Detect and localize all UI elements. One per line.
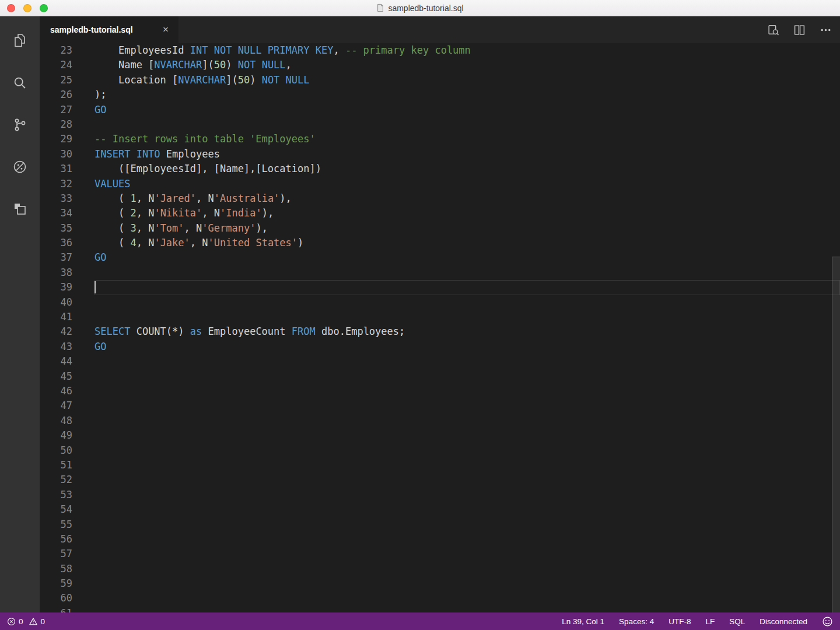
code-line[interactable]: 45	[40, 369, 840, 384]
code-line[interactable]: 31 ([EmployeesId], [Name],[Location])	[40, 162, 840, 176]
code-line[interactable]: 26);	[40, 88, 840, 102]
indentation[interactable]: Spaces: 4	[619, 617, 654, 626]
line-number: 55	[40, 517, 94, 532]
debug-icon	[12, 159, 28, 177]
code-line[interactable]: 60	[40, 591, 840, 606]
line-number: 47	[40, 398, 94, 413]
code-line[interactable]: 46	[40, 384, 840, 398]
line-number: 54	[40, 502, 94, 517]
close-window-button[interactable]	[7, 4, 15, 12]
code-line[interactable]: 43GO	[40, 340, 840, 354]
line-number: 26	[40, 88, 94, 102]
feedback-smiley-icon[interactable]	[822, 616, 833, 627]
tab-bar: sampledb-tutorial.sql ×	[40, 16, 840, 43]
line-number: 58	[40, 562, 94, 576]
line-number: 28	[40, 117, 94, 132]
sidebar-item-search[interactable]	[0, 63, 40, 105]
code-line[interactable]: 30INSERT INTO Employees	[40, 147, 840, 162]
code-line[interactable]: 50	[40, 443, 840, 458]
code-line[interactable]: 44	[40, 354, 840, 369]
line-number: 36	[40, 236, 94, 250]
app-window: sampledb-tutorial.sql	[0, 0, 840, 630]
titlebar: sampledb-tutorial.sql	[0, 0, 840, 16]
code-line[interactable]: 36 ( 4, N'Jake', N'United States')	[40, 236, 840, 250]
split-editor-icon[interactable]	[793, 24, 806, 36]
eol[interactable]: LF	[705, 617, 715, 626]
line-number: 42	[40, 324, 94, 339]
code-line[interactable]: 41	[40, 310, 840, 324]
code-line[interactable]: 38	[40, 265, 840, 280]
code-line[interactable]: 48	[40, 414, 840, 428]
sidebar-item-debug[interactable]	[0, 147, 40, 189]
text-cursor	[94, 281, 96, 293]
code-line[interactable]: 24 Name [NVARCHAR](50) NOT NULL,	[40, 58, 840, 72]
code-line[interactable]: 47	[40, 398, 840, 413]
line-number: 41	[40, 310, 94, 324]
status-bar: 0 0 Ln 39, Col 1Spaces: 4UTF-8LFSQLDisco…	[0, 612, 840, 630]
line-number: 59	[40, 576, 94, 591]
code-line[interactable]: 53	[40, 488, 840, 502]
code-line[interactable]: 28	[40, 117, 840, 132]
code-line[interactable]: 58	[40, 562, 840, 576]
search-icon	[12, 75, 28, 93]
code-line[interactable]: 32VALUES	[40, 177, 840, 191]
line-number: 34	[40, 206, 94, 220]
code-line[interactable]: 33 ( 1, N'Jared', N'Australia'),	[40, 191, 840, 206]
editor-lines: 23 EmployeesId INT NOT NULL PRIMARY KEY,…	[40, 43, 840, 612]
line-number: 60	[40, 591, 94, 606]
line-number: 46	[40, 384, 94, 398]
traffic-lights	[7, 4, 48, 12]
activity-bar	[0, 16, 40, 612]
vertical-scrollbar[interactable]	[832, 257, 840, 612]
code-line[interactable]: 25 Location [NVARCHAR](50) NOT NULL	[40, 73, 840, 88]
tab-close-icon[interactable]: ×	[160, 24, 172, 36]
code-line[interactable]: 42SELECT COUNT(*) as EmployeeCount FROM …	[40, 324, 840, 339]
code-line[interactable]: 29-- Insert rows into table 'Employees'	[40, 132, 840, 146]
code-line[interactable]: 35 ( 3, N'Tom', N'Germany'),	[40, 221, 840, 236]
status-right-items: Ln 39, Col 1Spaces: 4UTF-8LFSQLDisconnec…	[562, 617, 807, 626]
code-line[interactable]: 27GO	[40, 103, 840, 117]
extensions-icon	[12, 201, 28, 219]
code-line[interactable]: 57	[40, 547, 840, 561]
open-preview-icon[interactable]	[767, 24, 779, 36]
code-line[interactable]: 59	[40, 576, 840, 591]
line-number: 50	[40, 443, 94, 458]
code-line[interactable]: 55	[40, 517, 840, 532]
connection-status[interactable]: Disconnected	[760, 617, 807, 626]
editor[interactable]: 23 EmployeesId INT NOT NULL PRIMARY KEY,…	[40, 43, 840, 612]
sidebar-item-extensions[interactable]	[0, 189, 40, 231]
cursor-position[interactable]: Ln 39, Col 1	[562, 617, 604, 626]
encoding[interactable]: UTF-8	[668, 617, 691, 626]
line-number: 39	[40, 280, 94, 295]
line-number: 27	[40, 103, 94, 117]
code-line[interactable]: 39	[40, 280, 840, 295]
more-actions-icon[interactable]	[820, 24, 832, 36]
code-line[interactable]: 56	[40, 532, 840, 547]
code-line[interactable]: 61	[40, 606, 840, 612]
code-line[interactable]: 49	[40, 428, 840, 443]
tab-sampledb-tutorial[interactable]: sampledb-tutorial.sql ×	[40, 16, 178, 43]
code-line[interactable]: 54	[40, 502, 840, 517]
source-control-icon	[12, 117, 28, 135]
sidebar-item-source-control[interactable]	[0, 105, 40, 147]
line-number: 31	[40, 162, 94, 176]
code-line[interactable]: 34 ( 2, N'Nikita', N'India'),	[40, 206, 840, 220]
line-number: 43	[40, 340, 94, 354]
code-line[interactable]: 40	[40, 295, 840, 310]
code-line[interactable]: 52	[40, 473, 840, 487]
zoom-window-button[interactable]	[40, 4, 48, 12]
tab-label: sampledb-tutorial.sql	[50, 25, 133, 34]
minimize-window-button[interactable]	[23, 4, 32, 12]
code-line[interactable]: 51	[40, 458, 840, 473]
line-number: 57	[40, 547, 94, 561]
line-number: 24	[40, 58, 94, 72]
language-mode[interactable]: SQL	[729, 617, 745, 626]
line-number: 40	[40, 295, 94, 310]
status-right: Ln 39, Col 1Spaces: 4UTF-8LFSQLDisconnec…	[562, 616, 833, 627]
code-line[interactable]: 37GO	[40, 250, 840, 265]
warnings-count: 0	[41, 617, 46, 626]
problems-indicator[interactable]: 0 0	[7, 617, 45, 626]
code-line[interactable]: 23 EmployeesId INT NOT NULL PRIMARY KEY,…	[40, 43, 840, 58]
sidebar-item-explorer[interactable]	[0, 21, 40, 63]
line-number: 29	[40, 132, 94, 146]
